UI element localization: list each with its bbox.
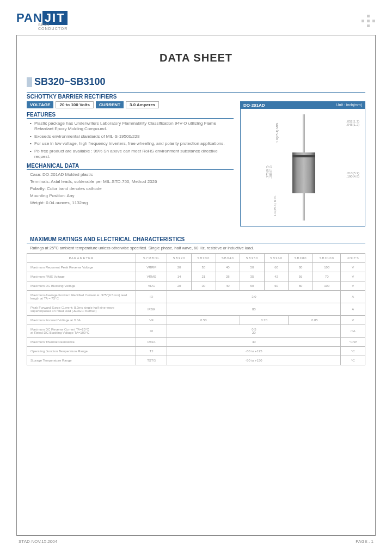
mech-terminals: Terminals: Axial leads, solderable per M…: [27, 179, 234, 184]
table-row: Maximum DC Reverse Current TA=25°C at Ra…: [27, 325, 365, 338]
value-cell: 80: [289, 263, 313, 272]
symbol-cell: IO: [136, 291, 167, 303]
diode-body: [292, 152, 315, 193]
table-row: Maximum DC Blocking VoltageVDC2030405060…: [27, 281, 365, 291]
value-cell-span: 80: [167, 303, 341, 316]
value-cell: 60: [264, 263, 289, 272]
features-header: FEATURES: [27, 112, 234, 119]
package-unit: Unit : inch(mm): [336, 103, 362, 108]
value-cell: 40: [216, 263, 240, 272]
value-cell: 20: [167, 263, 192, 272]
param-cell: Maximum Forward Voltage at 3.0A: [27, 316, 136, 325]
content-frame: DATA SHEET SB320~SB3100 SCHOTTKY BARRIER…: [16, 35, 376, 536]
value-cell: 0.85: [289, 316, 341, 325]
table-header-cell: SB350: [240, 254, 265, 263]
value-cell: 30: [191, 263, 216, 272]
param-cell: Maximum Average Forward Rectified Curren…: [27, 291, 136, 303]
table-header-cell: SYMBOL: [136, 254, 167, 263]
param-cell: Maximum RMS Voltage: [27, 272, 136, 281]
value-cell: 42: [264, 272, 289, 281]
logo-block: PAN JIT SEMI CONDUCTOR: [16, 11, 68, 30]
value-cell: 30: [191, 281, 216, 291]
symbol-cell: TSTG: [136, 356, 167, 365]
mech-weight: Weight: 0.04 ounces, 1132mg: [27, 200, 234, 205]
voltage-value: 20 to 100 Volts: [56, 101, 93, 108]
current-label: CURRENT: [96, 101, 124, 108]
document-title: DATA SHEET: [27, 52, 365, 64]
dim-lead-dia: .052(1.3) .048(1.2): [346, 120, 359, 126]
table-header-cell: PARAMETER: [27, 254, 136, 263]
unit-cell: V: [341, 263, 365, 272]
accent-bar-icon: [27, 77, 32, 87]
cathode-band: [292, 155, 315, 157]
unit-cell: A: [341, 303, 365, 316]
symbol-cell: IFSM: [136, 303, 167, 316]
value-cell: 0.50: [167, 316, 240, 325]
unit-cell: V: [341, 272, 365, 281]
table-header-cell: SB3100: [313, 254, 341, 263]
feature-item: Pb free product are available : 99% Sn a…: [30, 149, 234, 160]
product-subtitle: SCHOTTKY BARRIER RECTIFIERS: [27, 92, 365, 100]
package-title: DO-201AD: [243, 103, 265, 108]
value-cell-span: -50 to +125: [167, 347, 341, 356]
mechanical-header: MECHANICAL DATA: [27, 163, 234, 170]
table-row: Maximum Forward Voltage at 3.0AVF0.500.7…: [27, 316, 365, 325]
value-cell-span: 0.5 20: [167, 325, 341, 338]
voltage-label: VOLTAGE: [27, 101, 53, 108]
ratings-table: PARAMETERSYMBOLSB320SB330SB340SB350SB360…: [27, 253, 365, 365]
param-cell: Operating Junction Temperature Range: [27, 347, 136, 356]
table-row: Maximum Recurrent Peak Reverse VoltageVR…: [27, 263, 365, 272]
part-number: SB320~SB3100: [34, 76, 106, 88]
value-cell: 100: [313, 263, 341, 272]
symbol-cell: IR: [136, 325, 167, 338]
value-cell: 28: [216, 272, 240, 281]
dim-body-len: .375(9.5) .285(7.2): [266, 166, 272, 179]
value-cell: 70: [313, 272, 341, 281]
lead-top: [303, 114, 305, 152]
package-outline-box: DO-201AD Unit : inch(mm) .052(1.3) .048(…: [240, 101, 365, 226]
param-cell: Maximum Thermal Resistance: [27, 338, 136, 347]
table-row: Maximum Average Forward Rectified Curren…: [27, 291, 365, 303]
symbol-cell: TJ: [136, 347, 167, 356]
feature-item: Exceeds environmental standards of MIL-S…: [30, 134, 234, 139]
value-cell: 0.70: [240, 316, 289, 325]
value-cell: 35: [240, 272, 265, 281]
table-row: Storage Temperature RangeTSTG-50 to +150…: [27, 356, 365, 365]
value-cell: 80: [289, 281, 313, 291]
table-header-cell: SB320: [167, 254, 192, 263]
page-footer: STAD-NOV.15.2004 PAGE . 1: [16, 539, 376, 544]
value-cell-span: 3.0: [167, 291, 341, 303]
rating-pill-row: VOLTAGE 20 to 100 Volts CURRENT 3.0 Ampe…: [27, 101, 234, 108]
mech-mounting: Mounting Position: Any: [27, 193, 234, 198]
table-row: Maximum Thermal ResistanceRθJA40°C/W: [27, 338, 365, 347]
features-list: Plastic package has Underwriters Laborat…: [27, 121, 234, 160]
param-cell: Maximum Recurrent Peak Reverse Voltage: [27, 263, 136, 272]
lead-bottom: [303, 193, 305, 221]
symbol-cell: VF: [136, 316, 167, 325]
footer-date: STAD-NOV.15.2004: [19, 539, 57, 544]
value-cell: 100: [313, 281, 341, 291]
mechanical-list: Case: DO-201AD Molded plastic Terminals:…: [27, 172, 234, 205]
table-header-cell: SB330: [191, 254, 216, 263]
unit-cell: A: [341, 291, 365, 303]
symbol-cell: VRRM: [136, 263, 167, 272]
value-cell: 50: [240, 263, 265, 272]
table-header-cell: SB380: [289, 254, 313, 263]
table-row: Peak Forward Surge Current: 8.3ms single…: [27, 303, 365, 316]
ratings-title: MAXIMUM RATINGS AND ELECTRICAL CHARACTER…: [27, 236, 365, 243]
table-row: Maximum RMS VoltageVRMS14212835425670V: [27, 272, 365, 281]
page-header: PAN JIT SEMI CONDUCTOR: [16, 11, 376, 30]
left-column: VOLTAGE 20 to 100 Volts CURRENT 3.0 Ampe…: [27, 101, 234, 226]
table-header-cell: UNITS: [341, 254, 365, 263]
unit-cell: °C: [341, 356, 365, 365]
current-value: 3.0 Amperes: [126, 101, 159, 108]
feature-item: For use in low voltage, high frequency i…: [30, 141, 234, 146]
value-cell: 21: [191, 272, 216, 281]
decorative-dots-icon: [362, 15, 376, 27]
table-row: Operating Junction Temperature RangeTJ-5…: [27, 347, 365, 356]
value-cell: 50: [240, 281, 265, 291]
unit-cell: mA: [341, 325, 365, 338]
ratings-note: Ratings at 25°C ambient temperature unle…: [30, 246, 365, 250]
dim-lead-len-bot: 1.0(25.4) MIN.: [273, 195, 277, 216]
unit-cell: V: [341, 281, 365, 291]
